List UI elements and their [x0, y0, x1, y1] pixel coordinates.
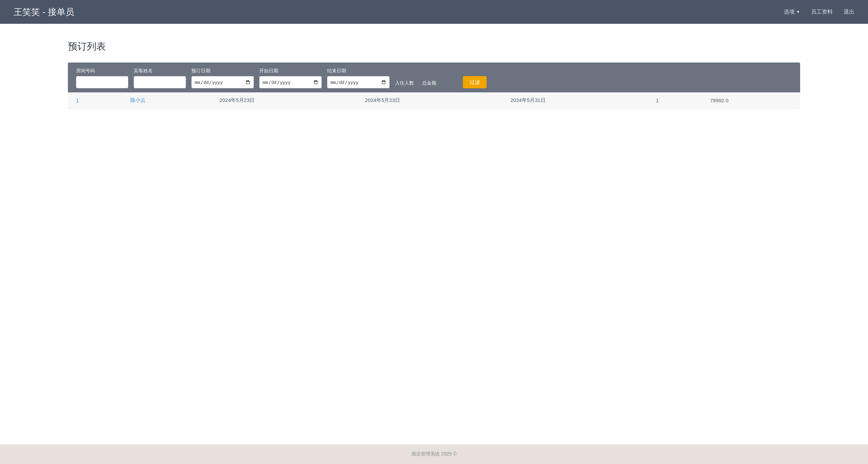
footer: 酒店管理系统 2025 © — [0, 444, 868, 464]
navbar-brand: 王笑笑 - 接单员 — [14, 6, 74, 18]
guest-name-input[interactable] — [134, 76, 186, 88]
table-row: 1 陈小云 2024年5月23日 2024年5月23日 2024年5月31日 1… — [68, 92, 800, 109]
cell-start-date: 2024年5月23日 — [357, 92, 503, 109]
guests-label: 入住人数 — [395, 80, 417, 86]
filter-total-col: 总金额 — [419, 80, 460, 88]
dropdown-arrow-icon: ▼ — [796, 10, 800, 14]
total-label: 总金额 — [422, 80, 457, 86]
nav-options[interactable]: 选项 ▼ — [784, 8, 800, 16]
filter-guests-col: 入住人数 — [392, 80, 419, 88]
data-table: 1 陈小云 2024年5月23日 2024年5月23日 2024年5月31日 1… — [68, 92, 800, 109]
guest-name-label: 宾客姓名 — [134, 68, 186, 74]
cell-guests: 1 — [648, 92, 702, 109]
cell-guest-name[interactable]: 陈小云 — [122, 92, 211, 109]
cell-total: 79992.0 — [702, 92, 800, 109]
filter-button-col: 过滤 — [460, 76, 494, 88]
start-date-label: 开始日期 — [259, 68, 322, 74]
cell-end-date: 2024年5月31日 — [502, 92, 648, 109]
start-date-input[interactable] — [259, 76, 322, 88]
filter-room-code-col: 房间号码 — [73, 68, 131, 88]
nav-staff[interactable]: 员工资料 — [811, 8, 833, 16]
cell-booking-date: 2024年5月23日 — [211, 92, 357, 109]
booking-date-input[interactable] — [191, 76, 254, 88]
filter-start-date-col: 开始日期 — [257, 68, 324, 88]
room-code-label: 房间号码 — [76, 68, 128, 74]
main-content: 预订列表 房间号码 宾客姓名 预订日期 开始日期 结束日期 — [0, 24, 868, 444]
navbar-nav: 选项 ▼ 员工资料 退出 — [784, 8, 854, 16]
filter-button[interactable]: 过滤 — [463, 76, 487, 88]
filter-guest-name-col: 宾客姓名 — [131, 68, 189, 88]
navbar: 王笑笑 - 接单员 选项 ▼ 员工资料 退出 — [0, 0, 868, 24]
room-code-input[interactable] — [76, 76, 128, 88]
booking-date-label: 预订日期 — [191, 68, 254, 74]
filter-row: 房间号码 宾客姓名 预订日期 开始日期 结束日期 入住人数 — [68, 63, 800, 92]
filter-booking-date-col: 预订日期 — [189, 68, 257, 88]
footer-text: 酒店管理系统 2025 © — [411, 451, 456, 457]
cell-room-code[interactable]: 1 — [68, 92, 122, 109]
page-title: 预订列表 — [68, 40, 800, 53]
end-date-input[interactable] — [327, 76, 390, 88]
table-container: 房间号码 宾客姓名 预订日期 开始日期 结束日期 入住人数 — [68, 63, 800, 109]
filter-end-date-col: 结束日期 — [324, 68, 392, 88]
nav-logout[interactable]: 退出 — [844, 8, 854, 16]
end-date-label: 结束日期 — [327, 68, 390, 74]
